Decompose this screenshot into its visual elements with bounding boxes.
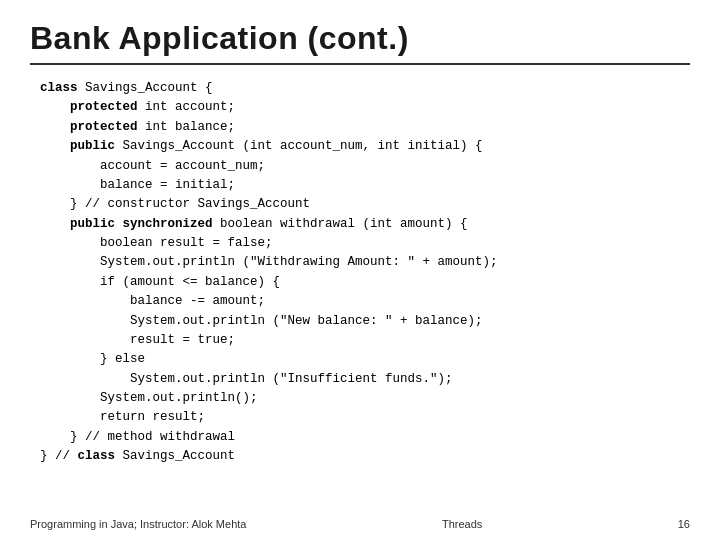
code-line-11: if (amount <= balance) { [40,273,690,292]
code-block: class Savings_Account { protected int ac… [30,79,690,467]
footer: Programming in Java; Instructor: Alok Me… [0,518,720,530]
code-line-8: public synchronized boolean withdrawal (… [40,215,690,234]
code-line-17: System.out.println(); [40,389,690,408]
code-line-19: } // method withdrawal [40,428,690,447]
code-line-5: account = account_num; [40,157,690,176]
code-line-18: return result; [40,408,690,427]
code-line-4: public Savings_Account (int account_num,… [40,137,690,156]
code-line-9: boolean result = false; [40,234,690,253]
slide-title: Bank Application (cont.) [30,20,690,57]
code-line-10: System.out.println ("Withdrawing Amount:… [40,253,690,272]
title-divider [30,63,690,65]
code-line-16: System.out.println ("Insufficient funds.… [40,370,690,389]
code-line-6: balance = initial; [40,176,690,195]
code-line-14: result = true; [40,331,690,350]
code-line-3: protected int balance; [40,118,690,137]
code-line-2: protected int account; [40,98,690,117]
code-line-15: } else [40,350,690,369]
code-line-13: System.out.println ("New balance: " + ba… [40,312,690,331]
code-line-12: balance -= amount; [40,292,690,311]
code-line-7: } // constructor Savings_Account [40,195,690,214]
footer-right: 16 [678,518,690,530]
footer-center: Threads [442,518,482,530]
code-line-20: } // class Savings_Account [40,447,690,466]
code-line-1: class Savings_Account { [40,79,690,98]
footer-left: Programming in Java; Instructor: Alok Me… [30,518,246,530]
slide: Bank Application (cont.) class Savings_A… [0,0,720,540]
